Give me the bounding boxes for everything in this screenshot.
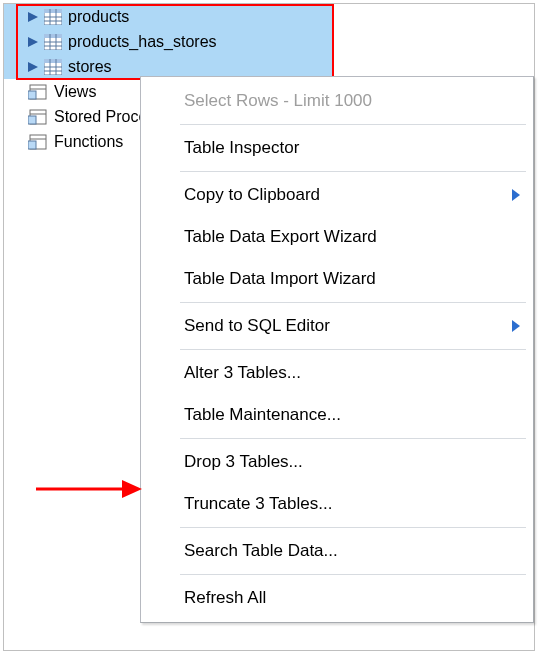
tree-table-row[interactable]: products_has_stores xyxy=(4,29,334,54)
annotation-arrow-icon xyxy=(36,476,142,502)
svg-rect-23 xyxy=(28,91,36,99)
views-icon xyxy=(28,83,48,101)
menu-table-data-export-wizard[interactable]: Table Data Export Wizard xyxy=(144,216,530,258)
menu-select-rows: Select Rows - Limit 1000 xyxy=(144,80,530,122)
svg-rect-29 xyxy=(28,141,36,149)
menu-separator xyxy=(180,124,526,125)
svg-marker-0 xyxy=(28,12,38,22)
svg-marker-14 xyxy=(28,62,38,72)
menu-item-label: Alter 3 Tables... xyxy=(184,363,301,383)
menu-alter-tables[interactable]: Alter 3 Tables... xyxy=(144,352,530,394)
svg-rect-2 xyxy=(44,9,62,13)
svg-rect-16 xyxy=(44,59,62,63)
tree-item-label: Views xyxy=(54,83,96,101)
svg-marker-7 xyxy=(28,37,38,47)
menu-item-label: Search Table Data... xyxy=(184,541,338,561)
svg-marker-30 xyxy=(512,189,520,201)
submenu-arrow-icon xyxy=(512,320,520,332)
functions-icon xyxy=(28,133,48,151)
menu-separator xyxy=(180,527,526,528)
tree-table-row[interactable]: products xyxy=(4,4,334,29)
menu-table-maintenance[interactable]: Table Maintenance... xyxy=(144,394,530,436)
tree-item-label: stores xyxy=(68,58,112,76)
menu-separator xyxy=(180,171,526,172)
menu-table-data-import-wizard[interactable]: Table Data Import Wizard xyxy=(144,258,530,300)
menu-drop-tables[interactable]: Drop 3 Tables... xyxy=(144,441,530,483)
expand-triangle-icon[interactable] xyxy=(28,37,38,47)
table-icon xyxy=(44,34,62,50)
menu-separator xyxy=(180,574,526,575)
menu-search-table-data[interactable]: Search Table Data... xyxy=(144,530,530,572)
menu-item-label: Truncate 3 Tables... xyxy=(184,494,332,514)
menu-copy-to-clipboard[interactable]: Copy to Clipboard xyxy=(144,174,530,216)
app-frame: products products_has_stores xyxy=(3,3,535,651)
menu-item-label: Refresh All xyxy=(184,588,266,608)
submenu-arrow-icon xyxy=(512,189,520,201)
svg-marker-33 xyxy=(122,480,142,498)
menu-item-label: Select Rows - Limit 1000 xyxy=(184,91,372,111)
menu-truncate-tables[interactable]: Truncate 3 Tables... xyxy=(144,483,530,525)
menu-item-label: Send to SQL Editor xyxy=(184,316,330,336)
expand-triangle-icon[interactable] xyxy=(28,12,38,22)
menu-item-label: Table Data Import Wizard xyxy=(184,269,376,289)
menu-item-label: Table Maintenance... xyxy=(184,405,341,425)
svg-rect-26 xyxy=(28,116,36,124)
table-icon xyxy=(44,9,62,25)
menu-item-label: Copy to Clipboard xyxy=(184,185,320,205)
menu-table-inspector[interactable]: Table Inspector xyxy=(144,127,530,169)
menu-separator xyxy=(180,349,526,350)
menu-separator xyxy=(180,438,526,439)
tree-item-label: Functions xyxy=(54,133,123,151)
stored-procedures-icon xyxy=(28,108,48,126)
svg-rect-9 xyxy=(44,34,62,38)
table-icon xyxy=(44,59,62,75)
tree-item-label: products xyxy=(68,8,129,26)
expand-triangle-icon[interactable] xyxy=(28,62,38,72)
svg-marker-31 xyxy=(512,320,520,332)
menu-item-label: Table Data Export Wizard xyxy=(184,227,377,247)
menu-separator xyxy=(180,302,526,303)
menu-item-label: Drop 3 Tables... xyxy=(184,452,303,472)
menu-refresh-all[interactable]: Refresh All xyxy=(144,577,530,619)
tree-item-label: products_has_stores xyxy=(68,33,217,51)
menu-send-to-sql-editor[interactable]: Send to SQL Editor xyxy=(144,305,530,347)
context-menu: Select Rows - Limit 1000 Table Inspector… xyxy=(140,76,534,623)
menu-item-label: Table Inspector xyxy=(184,138,299,158)
